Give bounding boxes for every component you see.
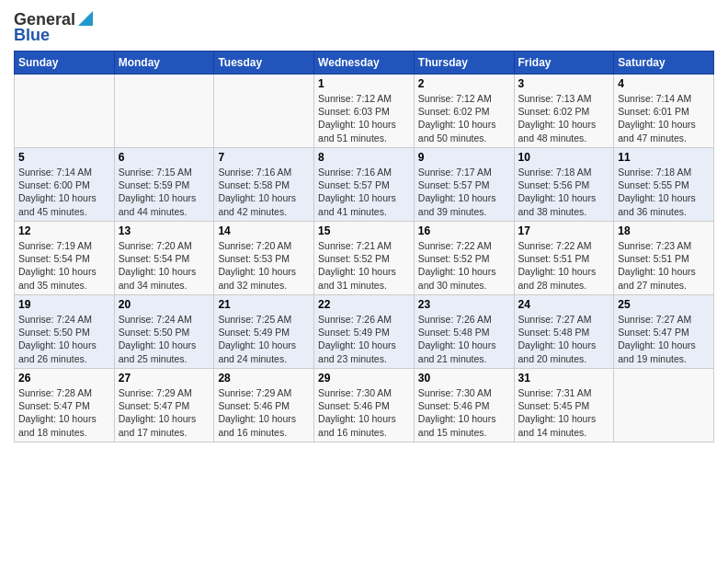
day-detail: Sunrise: 7:14 AM Sunset: 6:00 PM Dayligh… (18, 166, 110, 218)
calendar-cell: 4Sunrise: 7:14 AM Sunset: 6:01 PM Daylig… (614, 75, 714, 148)
calendar-cell: 16Sunrise: 7:22 AM Sunset: 5:52 PM Dayli… (414, 222, 514, 295)
calendar-cell: 31Sunrise: 7:31 AM Sunset: 5:45 PM Dayli… (514, 369, 614, 442)
weekday-header-sunday: Sunday (15, 52, 115, 75)
calendar-cell: 21Sunrise: 7:25 AM Sunset: 5:49 PM Dayli… (214, 295, 314, 369)
day-detail: Sunrise: 7:24 AM Sunset: 5:50 PM Dayligh… (18, 313, 110, 365)
day-detail: Sunrise: 7:16 AM Sunset: 5:57 PM Dayligh… (318, 166, 410, 218)
calendar-cell: 30Sunrise: 7:30 AM Sunset: 5:46 PM Dayli… (414, 369, 514, 442)
day-detail: Sunrise: 7:19 AM Sunset: 5:54 PM Dayligh… (18, 239, 110, 292)
day-number: 28 (218, 372, 310, 385)
weekday-header-tuesday: Tuesday (214, 52, 314, 75)
calendar-cell: 3Sunrise: 7:13 AM Sunset: 6:02 PM Daylig… (514, 75, 614, 148)
calendar-cell: 28Sunrise: 7:29 AM Sunset: 5:46 PM Dayli… (214, 369, 314, 442)
day-detail: Sunrise: 7:17 AM Sunset: 5:57 PM Dayligh… (418, 166, 510, 218)
header: General Blue (14, 9, 714, 45)
day-detail: Sunrise: 7:13 AM Sunset: 6:02 PM Dayligh… (518, 92, 610, 144)
day-detail: Sunrise: 7:26 AM Sunset: 5:49 PM Dayligh… (318, 313, 410, 365)
day-detail: Sunrise: 7:26 AM Sunset: 5:48 PM Dayligh… (418, 313, 510, 365)
day-detail: Sunrise: 7:12 AM Sunset: 6:03 PM Dayligh… (318, 92, 410, 144)
day-detail: Sunrise: 7:25 AM Sunset: 5:49 PM Dayligh… (218, 313, 310, 365)
calendar-cell: 26Sunrise: 7:28 AM Sunset: 5:47 PM Dayli… (15, 369, 115, 442)
calendar-table: SundayMondayTuesdayWednesdayThursdayFrid… (14, 51, 714, 442)
day-detail: Sunrise: 7:14 AM Sunset: 6:01 PM Dayligh… (618, 92, 710, 144)
day-number: 1 (318, 77, 410, 90)
calendar-cell: 18Sunrise: 7:23 AM Sunset: 5:51 PM Dayli… (614, 222, 714, 295)
day-detail: Sunrise: 7:20 AM Sunset: 5:54 PM Dayligh… (119, 239, 210, 292)
day-number: 30 (418, 372, 510, 385)
day-number: 23 (418, 298, 510, 311)
day-detail: Sunrise: 7:23 AM Sunset: 5:51 PM Dayligh… (618, 239, 710, 292)
day-number: 16 (418, 224, 510, 237)
calendar-cell: 6Sunrise: 7:15 AM Sunset: 5:59 PM Daylig… (114, 148, 214, 222)
calendar-cell (614, 369, 714, 442)
day-number: 27 (119, 372, 210, 385)
calendar-cell: 12Sunrise: 7:19 AM Sunset: 5:54 PM Dayli… (15, 222, 115, 295)
calendar-cell: 5Sunrise: 7:14 AM Sunset: 6:00 PM Daylig… (15, 148, 115, 222)
day-detail: Sunrise: 7:30 AM Sunset: 5:46 PM Dayligh… (318, 386, 410, 439)
week-row-1: 1Sunrise: 7:12 AM Sunset: 6:03 PM Daylig… (15, 75, 714, 148)
calendar-cell: 1Sunrise: 7:12 AM Sunset: 6:03 PM Daylig… (314, 75, 415, 148)
week-row-5: 26Sunrise: 7:28 AM Sunset: 5:47 PM Dayli… (15, 369, 714, 442)
calendar-cell (214, 75, 314, 148)
day-number: 25 (618, 298, 710, 311)
day-detail: Sunrise: 7:29 AM Sunset: 5:47 PM Dayligh… (119, 386, 210, 439)
weekday-header-friday: Friday (514, 52, 614, 75)
day-number: 4 (618, 77, 710, 90)
day-detail: Sunrise: 7:22 AM Sunset: 5:51 PM Dayligh… (518, 239, 610, 292)
day-number: 26 (18, 372, 110, 385)
calendar-cell: 11Sunrise: 7:18 AM Sunset: 5:55 PM Dayli… (614, 148, 714, 222)
weekday-header-row: SundayMondayTuesdayWednesdayThursdayFrid… (15, 52, 714, 75)
day-number: 3 (518, 77, 610, 90)
day-detail: Sunrise: 7:27 AM Sunset: 5:48 PM Dayligh… (518, 313, 610, 365)
day-detail: Sunrise: 7:31 AM Sunset: 5:45 PM Dayligh… (518, 386, 610, 439)
logo-blue-text: Blue (14, 26, 50, 45)
day-detail: Sunrise: 7:22 AM Sunset: 5:52 PM Dayligh… (418, 239, 510, 292)
day-number: 14 (218, 224, 310, 237)
calendar-cell: 14Sunrise: 7:20 AM Sunset: 5:53 PM Dayli… (214, 222, 314, 295)
day-number: 12 (18, 224, 110, 237)
weekday-header-saturday: Saturday (614, 52, 714, 75)
calendar-cell: 25Sunrise: 7:27 AM Sunset: 5:47 PM Dayli… (614, 295, 714, 369)
calendar-cell: 19Sunrise: 7:24 AM Sunset: 5:50 PM Dayli… (15, 295, 115, 369)
calendar-cell: 2Sunrise: 7:12 AM Sunset: 6:02 PM Daylig… (414, 75, 514, 148)
calendar-cell: 23Sunrise: 7:26 AM Sunset: 5:48 PM Dayli… (414, 295, 514, 369)
day-number: 21 (218, 298, 310, 311)
calendar-cell: 27Sunrise: 7:29 AM Sunset: 5:47 PM Dayli… (114, 369, 214, 442)
day-detail: Sunrise: 7:18 AM Sunset: 5:56 PM Dayligh… (518, 166, 610, 218)
day-number: 19 (18, 298, 110, 311)
weekday-header-monday: Monday (114, 52, 214, 75)
day-detail: Sunrise: 7:20 AM Sunset: 5:53 PM Dayligh… (218, 239, 310, 292)
weekday-header-wednesday: Wednesday (314, 52, 415, 75)
calendar-cell: 13Sunrise: 7:20 AM Sunset: 5:54 PM Dayli… (114, 222, 214, 295)
day-detail: Sunrise: 7:16 AM Sunset: 5:58 PM Dayligh… (218, 166, 310, 218)
logo-triangle-icon (78, 11, 93, 29)
day-number: 6 (119, 151, 210, 164)
calendar-cell: 20Sunrise: 7:24 AM Sunset: 5:50 PM Dayli… (114, 295, 214, 369)
calendar-cell: 8Sunrise: 7:16 AM Sunset: 5:57 PM Daylig… (314, 148, 415, 222)
day-number: 29 (318, 372, 410, 385)
calendar-cell: 15Sunrise: 7:21 AM Sunset: 5:52 PM Dayli… (314, 222, 415, 295)
day-detail: Sunrise: 7:12 AM Sunset: 6:02 PM Dayligh… (418, 92, 510, 144)
calendar-cell: 9Sunrise: 7:17 AM Sunset: 5:57 PM Daylig… (414, 148, 514, 222)
svg-marker-0 (78, 11, 93, 26)
calendar-cell: 22Sunrise: 7:26 AM Sunset: 5:49 PM Dayli… (314, 295, 415, 369)
calendar-cell: 17Sunrise: 7:22 AM Sunset: 5:51 PM Dayli… (514, 222, 614, 295)
day-number: 24 (518, 298, 610, 311)
day-number: 17 (518, 224, 610, 237)
day-number: 18 (618, 224, 710, 237)
day-detail: Sunrise: 7:27 AM Sunset: 5:47 PM Dayligh… (618, 313, 710, 365)
logo: General Blue (14, 9, 93, 45)
calendar-cell: 29Sunrise: 7:30 AM Sunset: 5:46 PM Dayli… (314, 369, 415, 442)
day-number: 7 (218, 151, 310, 164)
day-detail: Sunrise: 7:24 AM Sunset: 5:50 PM Dayligh… (119, 313, 210, 365)
week-row-3: 12Sunrise: 7:19 AM Sunset: 5:54 PM Dayli… (15, 222, 714, 295)
day-number: 15 (318, 224, 410, 237)
day-detail: Sunrise: 7:28 AM Sunset: 5:47 PM Dayligh… (18, 386, 110, 439)
day-detail: Sunrise: 7:21 AM Sunset: 5:52 PM Dayligh… (318, 239, 410, 292)
day-number: 8 (318, 151, 410, 164)
calendar-cell: 7Sunrise: 7:16 AM Sunset: 5:58 PM Daylig… (214, 148, 314, 222)
day-number: 9 (418, 151, 510, 164)
calendar-cell: 24Sunrise: 7:27 AM Sunset: 5:48 PM Dayli… (514, 295, 614, 369)
day-number: 22 (318, 298, 410, 311)
weekday-header-thursday: Thursday (414, 52, 514, 75)
